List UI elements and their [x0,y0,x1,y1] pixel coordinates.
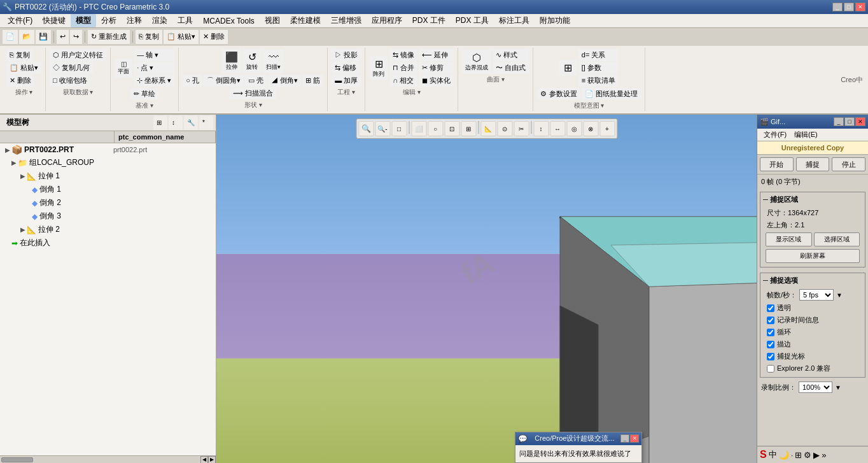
ribbon-thicken[interactable]: ▬ 加厚 [332,75,361,87]
vp-view-circle[interactable]: ○ [428,121,443,136]
menu-mark[interactable]: 标注工具 [494,14,535,27]
opt-cursor-cb[interactable] [767,353,774,360]
ribbon-draft[interactable]: ▷ 投影 [332,49,361,61]
ribbon-paste[interactable]: 📋 粘贴▾ [6,62,41,74]
gif-select-area-btn[interactable]: 选择区域 [814,232,860,246]
menu-app[interactable]: 应用程序 [367,14,407,27]
ribbon-extend[interactable]: ⟵ 延伸 [419,49,454,61]
gif-stop-btn[interactable]: 停止 [832,157,865,171]
fps-select[interactable]: 5 fps 1 fps 2 fps 10 fps 15 fps [799,289,834,301]
delete-btn[interactable]: ✕ 删除 [200,30,228,44]
menu-model[interactable]: 模型 [71,14,96,27]
ribbon-merge[interactable]: ⊓ 合并 [389,62,417,74]
ribbon-trim[interactable]: ✂ 修剪 [419,62,454,74]
menu-render[interactable]: 渲染 [147,14,172,27]
ribbon-sweep[interactable]: 〰 扫描▾ [263,50,284,73]
menu-analysis[interactable]: 分析 [96,14,122,27]
tree-hscrollbar[interactable]: ◀ ▶ [0,455,216,463]
ribbon-axis[interactable]: — 轴 ▾ [134,49,174,61]
open-btn[interactable]: 📂 [19,30,34,44]
dots-icon[interactable]: · [791,450,794,460]
chat-close[interactable]: ✕ [630,434,639,443]
paste-btn[interactable]: 📋 粘贴▾ [164,30,199,44]
menu-3d[interactable]: 三维增强 [326,14,367,27]
tree-body[interactable]: ▶ 📦 PRT0022.PRT prt0022.prt ▶ 📁 组LOCAL_G… [0,143,216,455]
ribbon-copy[interactable]: ⎘ 复制 [6,49,33,61]
vp-btn-h[interactable]: + [599,121,615,136]
close-button[interactable]: ✕ [855,3,865,11]
opt-transparent-cb[interactable] [767,304,774,312]
vp-btn-f[interactable]: ◎ [566,121,582,136]
opt-border-cb[interactable] [767,341,774,348]
ribbon-revolve[interactable]: ↺ 旋转 [242,49,262,73]
chat-minimize[interactable]: _ [620,434,629,443]
menu-addon[interactable]: 附加功能 [535,14,575,27]
menu-pdx1[interactable]: PDX 工件 [407,14,451,27]
maximize-button[interactable]: □ [844,3,854,11]
tree-item-extrude2[interactable]: ▶ 📐 拉伸 2 [0,223,216,236]
ribbon-batch[interactable]: 📄 图纸批量处理 [582,88,641,100]
gif-capture-btn[interactable]: 捕捉 [796,157,830,171]
opt-loop-cb[interactable] [767,329,774,336]
vp-snap[interactable]: ⊡ [444,121,459,136]
viewport[interactable]: ↖ fA 🔍 🔍- □ ⬜ ○ ⊡ ⊞ 📐 ⊙ ✂ ↕ ↔ [216,115,757,463]
arrow-icon[interactable]: ▶ [813,450,820,460]
ribbon-extrude[interactable]: ⬛ 拉伸 [222,49,241,73]
ribbon-style[interactable]: ∿ 样式 [493,49,529,61]
ratio-dropdown-icon[interactable]: ▼ [835,384,841,391]
gif-close[interactable]: ✕ [855,117,865,126]
gif-refresh-btn[interactable]: 刷新屏幕 [766,249,860,263]
tree-item-prt[interactable]: ▶ 📦 PRT0022.PRT prt0022.prt [0,143,216,156]
vp-grid[interactable]: ⊞ [461,121,476,136]
scroll-left[interactable]: ◀ [200,456,208,464]
scroll-right[interactable]: ▶ [208,456,216,464]
tree-settings-btn[interactable]: ⊞ [153,116,167,130]
menu-pdx2[interactable]: PDX 工具 [451,14,494,27]
ribbon-copy-geo[interactable]: ◇ 复制几何 [50,62,93,74]
regen-btn[interactable]: ↻ 重新生成 [88,30,130,44]
moon-icon[interactable]: 🌙 [779,450,789,460]
gif-start-btn[interactable]: 开始 [760,157,794,171]
new-btn[interactable]: 📄 [3,30,18,44]
vp-zoom-fit[interactable]: □ [391,121,407,136]
gif-menu-edit[interactable]: 编辑(E) [790,129,822,140]
gif-menu-file[interactable]: 文件(F) [760,129,790,140]
menu-annotation[interactable]: 注释 [122,14,147,27]
tree-item-group[interactable]: ▶ 📁 组LOCAL_GROUP [0,156,216,169]
opt-explorer-cb[interactable] [767,365,774,373]
vp-btn-b[interactable]: ⊙ [497,121,512,136]
minimize-button[interactable]: _ [832,3,843,11]
tree-sort-btn[interactable]: ↕ [169,116,183,130]
ribbon-hole[interactable]: ○ 孔 [183,75,202,87]
ribbon-get-list[interactable]: ≡ 获取清单 [578,75,619,87]
tree-item-insert-here[interactable]: ➡ 在此插入 [0,236,216,250]
grid-icon[interactable]: ⊞ [795,450,802,460]
tree-item-chamfer1[interactable]: ◆ 倒角 1 [0,183,216,196]
menu-flexible[interactable]: 柔性建模 [285,14,326,27]
gif-minimize[interactable]: _ [834,117,844,126]
redo-btn[interactable]: ↪ [70,30,82,44]
ribbon-mirror2[interactable]: ⇆ 镜像 [389,49,417,61]
ribbon-freeform[interactable]: 〜 自由式 [493,62,529,74]
tree-item-extrude1[interactable]: ▶ 📐 拉伸 1 [0,169,216,183]
menu-view[interactable]: 视图 [260,14,285,27]
ribbon-sweep-blend[interactable]: ⟿ 扫描混合 [230,87,276,99]
menu-mcadex[interactable]: MCADEx Tools [198,15,259,27]
ribbon-delete[interactable]: ✕ 删除 [6,75,34,87]
vp-zoom-in[interactable]: 🔍 [358,121,374,136]
copy-btn[interactable]: ⎘ 复制 [136,30,162,44]
ribbon-shrink[interactable]: □ 收缩包络 [50,75,90,87]
settings2-icon[interactable]: ⚙ [804,450,811,460]
record-ratio-select[interactable]: 100% 75% 50% [799,381,832,393]
ribbon-rib[interactable]: ⊞ 筋 [302,75,323,87]
ribbon-param[interactable]: [] 参数 [578,62,619,74]
vp-btn-d[interactable]: ↕ [533,121,549,136]
opt-time-cb[interactable] [767,317,774,324]
tree-search-btn[interactable]: * [199,116,213,130]
menu-tools[interactable]: 工具 [172,14,198,27]
ribbon-shell[interactable]: ▭ 壳 [245,75,267,87]
ribbon-user-feature[interactable]: ⬡ 用户定义特征 [50,49,106,61]
ribbon-table[interactable]: ⊞ [559,60,577,76]
menu-file[interactable]: 文件(F) [3,14,38,27]
vp-btn-e[interactable]: ↔ [550,121,565,136]
